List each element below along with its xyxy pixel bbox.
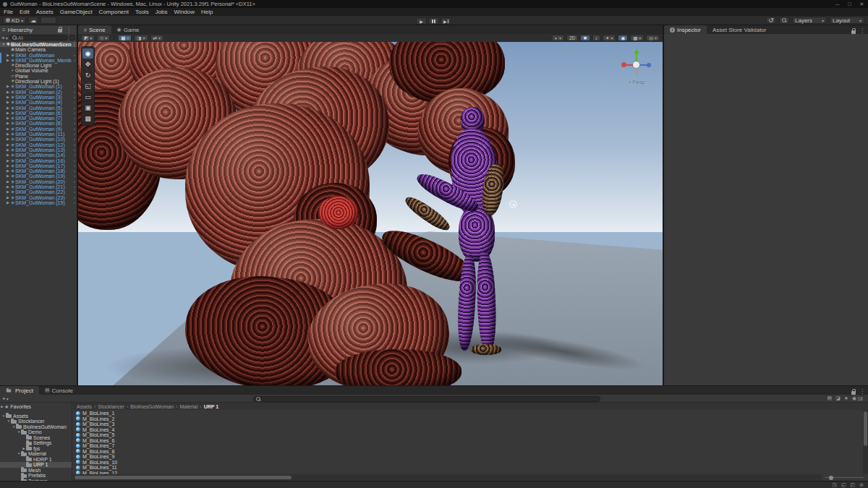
folder-item-material[interactable]: ▼Material <box>0 451 72 457</box>
hierarchy-item[interactable]: ▶SKM_GutWoman (5) <box>0 106 77 111</box>
list-item[interactable]: M_BioLines_10 <box>76 460 863 466</box>
list-item[interactable]: M_BioLines_6 <box>76 438 863 444</box>
open-prefab-arrow[interactable] <box>74 53 77 58</box>
orientation-gizmo[interactable] <box>621 49 652 81</box>
hierarchy-item[interactable]: ▶SKM_GutWoman (1) <box>0 84 77 89</box>
folder-item-demo[interactable]: ▼Demo <box>0 429 72 435</box>
hierarchy-item[interactable]: ▶SKM_GutWoman (19) <box>0 174 77 179</box>
hierarchy-item[interactable]: ▶SKM_GutWoman (16) <box>0 158 77 163</box>
search-filter-button[interactable] <box>69 35 75 40</box>
view-tool[interactable]: ◉ <box>82 48 93 59</box>
open-prefab-arrow[interactable] <box>74 179 77 184</box>
folder-item-mesh[interactable]: Mesh <box>0 468 72 474</box>
menu-jobs[interactable]: Jobs <box>156 9 168 15</box>
layout-dropdown[interactable]: Layout <box>830 17 864 24</box>
menu-tools[interactable]: Tools <box>135 9 149 15</box>
open-prefab-arrow[interactable] <box>74 184 77 189</box>
hierarchy-item[interactable]: ▶SKM_GutWoman (2) <box>0 90 77 95</box>
create-object-button[interactable] <box>1 35 8 41</box>
lock-icon[interactable] <box>851 391 856 395</box>
open-prefab-arrow[interactable] <box>74 147 77 153</box>
snap-grid-tool[interactable]: ▩ <box>82 114 93 124</box>
hierarchy-search-input[interactable]: All <box>9 35 68 40</box>
create-asset-button[interactable] <box>2 395 9 402</box>
menu-assets[interactable]: Assets <box>36 9 54 15</box>
list-item[interactable]: M_BioLines_11 <box>76 465 863 471</box>
menu-window[interactable]: Window <box>174 9 195 15</box>
hierarchy-item[interactable]: ▶SKM_GutWoman (23) <box>0 195 77 200</box>
open-prefab-arrow[interactable] <box>74 84 77 89</box>
open-prefab-arrow[interactable] <box>74 142 77 147</box>
gizmo-center[interactable] <box>633 61 639 68</box>
hierarchy-item[interactable]: ▶SKM_GutWoman (3) <box>0 95 77 100</box>
breadcrumb-item[interactable]: BiolinesGutWoman <box>130 404 174 409</box>
open-prefab-arrow[interactable] <box>74 137 77 142</box>
open-prefab-arrow[interactable] <box>74 100 77 105</box>
rect-tool[interactable]: ▭ <box>82 92 93 102</box>
scene-viewport[interactable]: ◉✥↻◱▭▣▩ < Persp <box>78 42 663 385</box>
gutwoman-figure-object[interactable] <box>471 344 501 355</box>
open-prefab-arrow[interactable] <box>74 58 77 63</box>
open-prefab-arrow[interactable] <box>74 111 77 116</box>
hierarchy-item[interactable]: ▶SKM_GutWoman (12) <box>0 142 77 147</box>
folder-item-biolinesgutwoman[interactable]: ▼BiolinesGutWoman <box>0 424 72 430</box>
close-button[interactable] <box>859 1 865 7</box>
list-item[interactable]: M_BioLines_9 <box>76 454 863 460</box>
hierarchy-item[interactable]: ▶SKM_GutWoman (9) <box>0 127 77 132</box>
open-prefab-arrow[interactable] <box>74 127 77 132</box>
transform-tool[interactable]: ▣ <box>82 103 93 113</box>
folder-item-stocklancer[interactable]: ▼Stocklancer <box>0 419 72 424</box>
code-coverage-icon[interactable]: ◱ <box>841 482 846 488</box>
list-item[interactable]: M_BioLines_7 <box>76 443 863 449</box>
cache-server-icon[interactable]: ◳ <box>832 482 837 488</box>
hierarchy-item[interactable]: ▶SKM_GutWoman (18) <box>0 168 77 174</box>
play-button[interactable] <box>416 17 427 25</box>
open-prefab-arrow[interactable] <box>74 90 77 95</box>
list-item[interactable]: M_BioLines_4 <box>76 427 863 433</box>
folder-item-scenes[interactable]: Scenes <box>0 435 72 441</box>
icon-size-slider[interactable] <box>825 475 864 480</box>
list-item[interactable]: M_BioLines_2 <box>76 416 863 422</box>
tab-scene[interactable]: #Scene <box>78 25 111 34</box>
gut-structure-object[interactable] <box>318 196 359 229</box>
scene-lighting-toggle[interactable]: ✸ <box>580 35 590 41</box>
pause-button[interactable] <box>428 17 439 25</box>
progress-activity-icon[interactable]: ⊘ <box>859 482 864 488</box>
hierarchy-item[interactable]: ▶SKM_GutWoman (10) <box>0 137 77 142</box>
menu-file[interactable]: File <box>4 9 13 15</box>
tab-inspector[interactable]: Inspector <box>664 25 707 34</box>
lock-icon[interactable] <box>851 30 856 34</box>
horizontal-scrollbar[interactable] <box>73 474 822 481</box>
hierarchy-item[interactable]: Main Camera <box>0 47 77 52</box>
search-by-type-icon[interactable]: ▤ <box>827 395 833 401</box>
open-prefab-arrow[interactable] <box>74 106 77 111</box>
breadcrumb-item[interactable]: Stocklancer <box>98 404 124 409</box>
hierarchy-item[interactable]: ▶SKM_GutWoman (4) <box>0 100 77 105</box>
folder-item-urp-1[interactable]: URP 1 <box>0 462 72 468</box>
cloud-button[interactable] <box>28 17 38 24</box>
hierarchy-item[interactable]: ▶SKM_GutWoman (14) <box>0 153 77 158</box>
tab-console[interactable]: ▤Console <box>39 386 79 395</box>
open-prefab-arrow[interactable] <box>74 95 77 100</box>
favorites-item[interactable]: ▶ Favorites <box>0 404 72 410</box>
list-item[interactable]: M_BioLines_5 <box>76 432 863 438</box>
hierarchy-item[interactable]: Global Volume <box>0 68 77 73</box>
maximize-button[interactable] <box>846 1 853 7</box>
open-prefab-arrow[interactable] <box>74 116 77 121</box>
search-by-label-icon[interactable]: ◪ <box>835 395 841 401</box>
perspective-label[interactable]: < Persp <box>621 80 652 85</box>
shading-mode-dropdown[interactable]: ◐ <box>552 35 564 41</box>
folder-item-prefabs[interactable]: Prefabs <box>0 473 72 479</box>
hierarchy-item[interactable]: ▶SKM_GutWoman (13) <box>0 147 77 153</box>
open-prefab-arrow[interactable] <box>74 200 77 205</box>
hierarchy-item[interactable]: ▶SKM_GutWoman <box>0 53 77 58</box>
open-prefab-arrow[interactable] <box>74 189 77 194</box>
open-prefab-arrow[interactable] <box>74 153 77 158</box>
down-axis[interactable] <box>636 68 637 76</box>
project-search-input[interactable] <box>253 396 600 402</box>
scene-visibility-toggle[interactable]: ◉ <box>618 35 628 41</box>
hierarchy-item[interactable]: Directional Light <box>0 63 77 68</box>
lock-icon[interactable] <box>58 29 62 33</box>
open-prefab-arrow[interactable] <box>74 121 77 126</box>
menu-gameobject[interactable]: GameObject <box>60 9 93 15</box>
